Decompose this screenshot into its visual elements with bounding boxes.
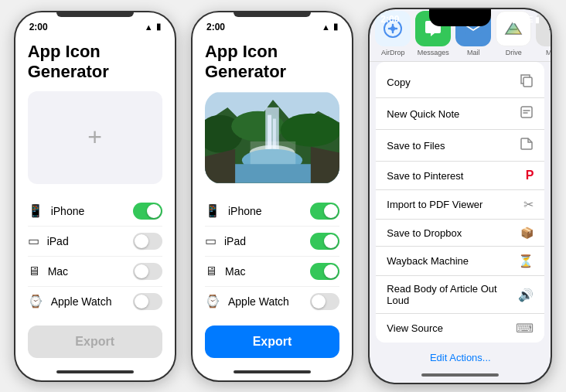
iphone-toggle-2[interactable] xyxy=(310,203,339,220)
action-pdf[interactable]: Import to PDF Viewer ✂ xyxy=(376,190,544,220)
action-pinterest[interactable]: Save to Pinterest P xyxy=(376,162,544,190)
svg-rect-20 xyxy=(523,77,532,87)
time-1: 2:00 xyxy=(29,22,48,32)
image-placeholder: + xyxy=(28,91,162,184)
action-read-aloud[interactable]: Read Body of Article Out Loud 🔊 xyxy=(376,276,544,314)
wifi-icon-2: ▲ xyxy=(322,22,330,32)
edit-actions-label: Edit Actions... xyxy=(430,352,491,363)
svg-marker-12 xyxy=(311,146,339,182)
wayback-label: Wayback Machine xyxy=(387,255,469,267)
wayback-icon: ⏳ xyxy=(518,254,534,268)
mac-icon-2: 🖥 xyxy=(205,264,217,278)
action-wayback[interactable]: Wayback Machine ⏳ xyxy=(376,247,544,276)
read-aloud-icon: 🔊 xyxy=(518,288,534,302)
phone-3: 2:00 ▮▮▮ LTE ▮ app_icons ZIP Archive · 1… xyxy=(368,8,552,384)
share-sheet: app_icons ZIP Archive · 10.3 MB ✕ AirDro… xyxy=(370,8,551,383)
action-copy[interactable]: Copy xyxy=(376,66,544,98)
phone-2: 2:00 ▲ ▮ App Icon Generator xyxy=(191,11,353,382)
share-status-icons: ▮▮▮ LTE ▮ xyxy=(503,15,540,24)
iphone-toggle-1[interactable] xyxy=(133,203,162,220)
messages-label: Messages xyxy=(418,49,449,56)
home-indicator-1 xyxy=(56,370,134,373)
svg-rect-13 xyxy=(251,141,296,163)
action-save-files[interactable]: Save to Files xyxy=(376,130,544,162)
iphone-icon-2: 📱 xyxy=(205,203,220,218)
toggle-row-mac-2: 🖥 Mac xyxy=(205,257,339,287)
iphone-label-2: iPhone xyxy=(228,205,262,217)
watch-icon-1: ⌚ xyxy=(28,294,43,308)
toggle-row-ipad-1: ▭ iPad xyxy=(28,227,162,257)
export-button-2[interactable]: Export xyxy=(205,326,339,358)
home-indicator-3 xyxy=(421,373,499,377)
svg-point-16 xyxy=(390,26,395,31)
signal-icon: ▮▮▮ xyxy=(503,15,517,24)
status-icons-1: ▲ ▮ xyxy=(145,22,161,32)
app-title-2: App Icon Generator xyxy=(205,42,339,82)
watch-label-1: Apple Watch xyxy=(51,295,112,308)
mac-label-1: Mac xyxy=(48,265,68,278)
status-bar-2: 2:00 ▲ ▮ xyxy=(193,17,352,34)
battery-icon-2: ▮ xyxy=(333,22,338,32)
action-rows-group: Copy New Quick Note Save xyxy=(376,62,544,343)
svg-rect-21 xyxy=(521,107,532,118)
view-source-icon: ⌨ xyxy=(516,321,534,336)
read-aloud-label: Read Body of Article Out Loud xyxy=(387,283,518,306)
phone-1: 2:00 ▲ ▮ App Icon Generator + 📱 iPhone ▭… xyxy=(14,11,176,382)
share-time: 2:00 xyxy=(380,14,399,25)
action-quick-note[interactable]: New Quick Note xyxy=(376,98,544,130)
pdf-label: Import to PDF Viewer xyxy=(387,199,482,210)
mac-toggle-1[interactable] xyxy=(133,263,162,280)
mac-toggle-2[interactable] xyxy=(310,263,339,280)
app-title-1: App Icon Generator xyxy=(28,42,162,82)
ipad-icon-1: ▭ xyxy=(28,233,39,248)
ipad-label-2: iPad xyxy=(224,235,246,247)
ipad-toggle-2[interactable] xyxy=(310,233,339,250)
ipad-toggle-1[interactable] xyxy=(133,233,162,250)
quick-note-label: New Quick Note xyxy=(387,108,459,120)
toggle-row-watch-2: ⌚ Apple Watch xyxy=(205,287,339,316)
mail-label: Mail xyxy=(467,49,480,56)
status-bar-1: 2:00 ▲ ▮ xyxy=(15,17,175,34)
pinterest-label: Save to Pinterest xyxy=(387,170,463,182)
watch-toggle-2[interactable] xyxy=(310,293,339,310)
export-button-1[interactable]: Export xyxy=(28,326,162,358)
pdf-icon: ✂ xyxy=(523,197,534,212)
save-files-label: Save to Files xyxy=(387,140,445,152)
status-icons-2: ▲ ▮ xyxy=(322,22,338,32)
action-view-source[interactable]: View Source ⌨ xyxy=(376,314,544,343)
pinterest-icon: P xyxy=(526,169,534,182)
ipad-label-1: iPad xyxy=(47,235,69,247)
toggle-row-ipad-2: ▭ iPad xyxy=(205,227,339,257)
lte-icon: LTE xyxy=(519,15,533,24)
iphone-icon-1: 📱 xyxy=(28,203,43,218)
toggle-row-mac-1: 🖥 Mac xyxy=(28,257,162,287)
airdrop-label: AirDrop xyxy=(381,49,405,56)
watch-icon-2: ⌚ xyxy=(205,294,220,308)
view-source-label: View Source xyxy=(387,322,443,334)
watch-toggle-1[interactable] xyxy=(133,293,162,310)
quick-note-icon xyxy=(520,105,534,122)
edit-actions-row[interactable]: Edit Actions... xyxy=(370,347,551,367)
app-icon-preview xyxy=(205,91,339,184)
toggle-row-iphone-2: 📱 iPhone xyxy=(205,196,339,227)
watch-label-2: Apple Watch xyxy=(228,295,289,308)
battery-icon: ▮ xyxy=(156,22,161,32)
action-dropbox[interactable]: Save to Dropbox 📦 xyxy=(376,220,544,247)
notch-3 xyxy=(429,9,491,26)
copy-icon xyxy=(520,73,534,90)
home-indicator-2 xyxy=(234,370,311,373)
ipad-icon-2: ▭ xyxy=(205,233,217,248)
toggle-row-watch-1: ⌚ Apple Watch xyxy=(28,287,162,316)
wifi-icon: ▲ xyxy=(145,22,153,32)
time-2: 2:00 xyxy=(206,22,225,32)
more-label: More xyxy=(546,49,551,56)
plus-icon[interactable]: + xyxy=(87,123,102,152)
copy-label: Copy xyxy=(387,77,410,88)
mac-icon-1: 🖥 xyxy=(28,264,40,278)
save-files-icon xyxy=(520,137,534,154)
battery-icon-3: ▮ xyxy=(535,15,540,24)
dropbox-icon: 📦 xyxy=(520,227,534,239)
drive-label: Drive xyxy=(506,49,522,56)
mac-label-2: Mac xyxy=(225,265,245,278)
dropbox-label: Save to Dropbox xyxy=(387,227,462,239)
